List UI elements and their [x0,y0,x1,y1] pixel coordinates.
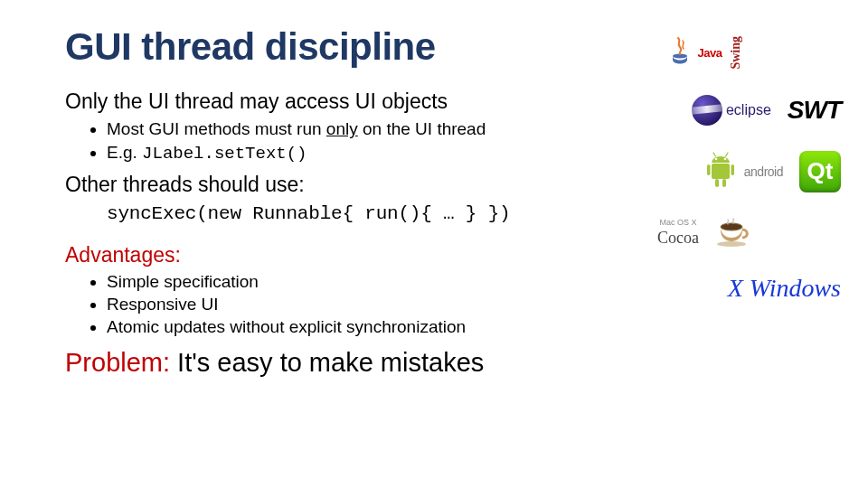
svg-rect-8 [715,179,719,187]
eclipse-text: eclipse [726,102,771,118]
svg-rect-5 [712,164,730,179]
android-logo: android [703,152,783,192]
java-logo: Java [667,36,722,69]
swt-text: SWT [788,96,841,125]
cocoa-cup-icon [715,218,753,249]
xwindows-text: X Windows [570,274,841,303]
logos-column: Java Swing eclipse SWT [570,36,841,303]
cocoa-text: Cocoa [657,229,699,248]
svg-line-3 [713,153,716,156]
svg-point-12 [717,241,746,247]
text: Only the UI thread may access UI objects [65,89,448,113]
qt-logo: Qt [799,151,841,192]
android-text: android [744,164,783,179]
logo-row-android-qt: android Qt [570,151,841,192]
text: Most GUI methods must run [107,119,326,138]
svg-line-4 [725,153,728,156]
eclipse-logo: eclipse [692,95,771,126]
java-text: Java [698,46,722,60]
svg-point-2 [723,157,726,160]
svg-rect-6 [707,164,711,175]
cocoa-logo: Mac OS X Cocoa [657,218,699,248]
text-underlined: only [326,119,358,138]
text: E.g. [107,143,142,162]
bullet: Atomic updates without explicit synchron… [107,316,832,338]
problem-line: Problem: It's easy to make mistakes [65,346,832,380]
slide: GUI thread discipline Only the UI thread… [0,0,868,488]
problem-text: It's easy to make mistakes [170,348,484,377]
text: on the UI thread [358,119,486,138]
cocoa-macosx-label: Mac OS X [659,218,696,227]
problem-label: Problem: [65,348,170,377]
android-robot-icon [703,152,739,192]
code-inline: JLabel.setText() [142,144,307,164]
swing-text: Swing [729,36,743,70]
logo-row-java-swing: Java Swing [570,36,841,70]
svg-rect-7 [731,164,734,175]
java-cup-icon [667,36,693,69]
eclipse-ball-icon [692,95,722,126]
svg-rect-9 [722,179,726,187]
logo-row-eclipse-swt: eclipse SWT [570,95,841,126]
logo-row-cocoa: Mac OS X Cocoa [570,218,841,249]
svg-point-1 [714,157,717,160]
